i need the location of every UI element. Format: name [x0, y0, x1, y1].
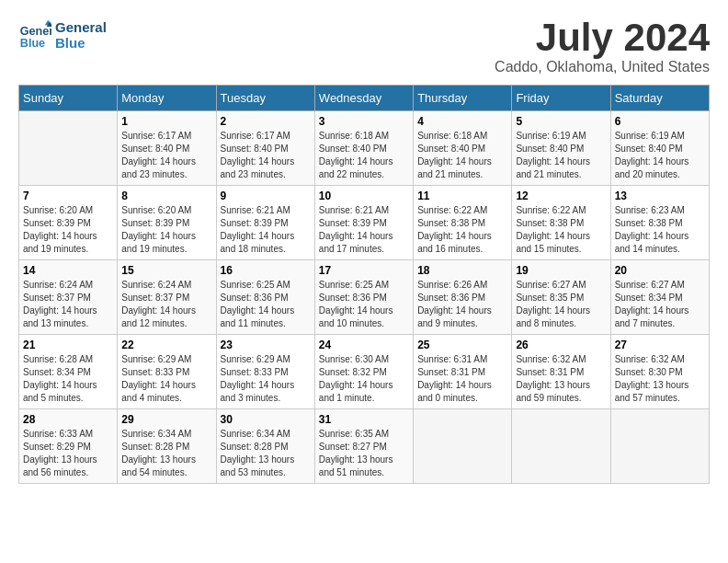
day-content: Sunrise: 6:35 AM Sunset: 8:27 PM Dayligh… — [319, 428, 409, 479]
day-content: Sunrise: 6:20 AM Sunset: 8:39 PM Dayligh… — [23, 204, 113, 256]
day-content: Sunrise: 6:27 AM Sunset: 8:34 PM Dayligh… — [615, 279, 705, 330]
day-number: 2 — [221, 115, 311, 128]
calendar-week: 14Sunrise: 6:24 AM Sunset: 8:37 PM Dayli… — [19, 260, 710, 335]
day-content: Sunrise: 6:24 AM Sunset: 8:37 PM Dayligh… — [23, 279, 113, 330]
calendar-cell: 27Sunrise: 6:32 AM Sunset: 8:30 PM Dayli… — [610, 335, 709, 409]
day-content: Sunrise: 6:25 AM Sunset: 8:36 PM Dayligh… — [221, 279, 311, 330]
day-number: 18 — [417, 264, 507, 277]
day-number: 29 — [121, 413, 211, 426]
calendar-cell: 9Sunrise: 6:21 AM Sunset: 8:39 PM Daylig… — [216, 186, 314, 260]
header: General Blue General Blue July 2024 Cadd… — [18, 18, 710, 75]
day-number: 27 — [615, 339, 705, 351]
calendar-body: 1Sunrise: 6:17 AM Sunset: 8:40 PM Daylig… — [19, 111, 710, 484]
day-content: Sunrise: 6:19 AM Sunset: 8:40 PM Dayligh… — [615, 130, 705, 181]
day-content: Sunrise: 6:33 AM Sunset: 8:29 PM Dayligh… — [23, 428, 113, 479]
day-number: 26 — [516, 339, 606, 351]
day-number: 25 — [417, 339, 507, 351]
calendar-cell: 15Sunrise: 6:24 AM Sunset: 8:37 PM Dayli… — [118, 260, 216, 335]
day-number: 1 — [121, 115, 211, 128]
logo: General Blue General Blue — [18, 18, 107, 52]
day-content: Sunrise: 6:19 AM Sunset: 8:40 PM Dayligh… — [516, 130, 606, 181]
calendar-cell — [414, 409, 512, 484]
day-number: 24 — [319, 339, 409, 351]
day-number: 10 — [319, 190, 409, 202]
day-content: Sunrise: 6:17 AM Sunset: 8:40 PM Dayligh… — [221, 130, 311, 181]
calendar-week: 28Sunrise: 6:33 AM Sunset: 8:29 PM Dayli… — [19, 409, 710, 484]
calendar-week: 7Sunrise: 6:20 AM Sunset: 8:39 PM Daylig… — [19, 186, 710, 260]
calendar-cell: 28Sunrise: 6:33 AM Sunset: 8:29 PM Dayli… — [19, 409, 118, 484]
calendar-cell: 30Sunrise: 6:34 AM Sunset: 8:28 PM Dayli… — [216, 409, 314, 484]
calendar-cell: 23Sunrise: 6:29 AM Sunset: 8:33 PM Dayli… — [216, 335, 314, 409]
logo-icon: General Blue — [18, 18, 51, 52]
calendar-cell: 13Sunrise: 6:23 AM Sunset: 8:38 PM Dayli… — [610, 186, 709, 260]
calendar-cell: 12Sunrise: 6:22 AM Sunset: 8:38 PM Dayli… — [512, 186, 610, 260]
day-content: Sunrise: 6:26 AM Sunset: 8:36 PM Dayligh… — [417, 279, 507, 330]
day-number: 14 — [23, 264, 113, 277]
weekday-header: Saturday — [610, 86, 709, 111]
day-number: 7 — [23, 190, 113, 202]
day-content: Sunrise: 6:29 AM Sunset: 8:33 PM Dayligh… — [221, 353, 311, 405]
day-number: 6 — [615, 115, 705, 128]
day-number: 31 — [319, 413, 409, 426]
day-content: Sunrise: 6:24 AM Sunset: 8:37 PM Dayligh… — [121, 279, 211, 330]
day-content: Sunrise: 6:21 AM Sunset: 8:39 PM Dayligh… — [319, 204, 409, 256]
calendar-cell: 3Sunrise: 6:18 AM Sunset: 8:40 PM Daylig… — [314, 111, 413, 186]
calendar-cell: 14Sunrise: 6:24 AM Sunset: 8:37 PM Dayli… — [19, 260, 118, 335]
day-content: Sunrise: 6:32 AM Sunset: 8:30 PM Dayligh… — [615, 353, 705, 405]
weekday-header: Friday — [512, 86, 610, 111]
calendar-cell: 4Sunrise: 6:18 AM Sunset: 8:40 PM Daylig… — [414, 111, 512, 186]
calendar-week: 1Sunrise: 6:17 AM Sunset: 8:40 PM Daylig… — [19, 111, 710, 186]
calendar-cell — [19, 111, 118, 186]
day-number: 15 — [121, 264, 211, 277]
day-number: 22 — [121, 339, 211, 351]
calendar-cell: 11Sunrise: 6:22 AM Sunset: 8:38 PM Dayli… — [414, 186, 512, 260]
weekday-header: Sunday — [19, 86, 118, 111]
day-number: 28 — [23, 413, 113, 426]
day-number: 9 — [221, 190, 311, 202]
day-content: Sunrise: 6:17 AM Sunset: 8:40 PM Dayligh… — [121, 130, 211, 181]
calendar-cell: 8Sunrise: 6:20 AM Sunset: 8:39 PM Daylig… — [118, 186, 216, 260]
day-content: Sunrise: 6:27 AM Sunset: 8:35 PM Dayligh… — [516, 279, 606, 330]
day-content: Sunrise: 6:31 AM Sunset: 8:31 PM Dayligh… — [417, 353, 507, 405]
weekday-header: Tuesday — [216, 86, 314, 111]
calendar-cell: 20Sunrise: 6:27 AM Sunset: 8:34 PM Dayli… — [610, 260, 709, 335]
day-number: 23 — [221, 339, 311, 351]
calendar-cell: 6Sunrise: 6:19 AM Sunset: 8:40 PM Daylig… — [610, 111, 709, 186]
calendar-cell: 29Sunrise: 6:34 AM Sunset: 8:28 PM Dayli… — [118, 409, 216, 484]
weekday-header: Wednesday — [314, 86, 413, 111]
day-number: 21 — [23, 339, 113, 351]
day-number: 13 — [615, 190, 705, 202]
month-title: July 2024 — [495, 18, 710, 57]
day-number: 16 — [221, 264, 311, 277]
calendar-cell: 22Sunrise: 6:29 AM Sunset: 8:33 PM Dayli… — [118, 335, 216, 409]
day-content: Sunrise: 6:32 AM Sunset: 8:31 PM Dayligh… — [516, 353, 606, 405]
day-number: 20 — [615, 264, 705, 277]
calendar-cell: 1Sunrise: 6:17 AM Sunset: 8:40 PM Daylig… — [118, 111, 216, 186]
calendar-cell: 26Sunrise: 6:32 AM Sunset: 8:31 PM Dayli… — [512, 335, 610, 409]
weekday-header: Thursday — [414, 86, 512, 111]
day-number: 11 — [417, 190, 507, 202]
day-content: Sunrise: 6:28 AM Sunset: 8:34 PM Dayligh… — [23, 353, 113, 405]
calendar-cell: 19Sunrise: 6:27 AM Sunset: 8:35 PM Dayli… — [512, 260, 610, 335]
day-number: 3 — [319, 115, 409, 128]
calendar-table: SundayMondayTuesdayWednesdayThursdayFrid… — [18, 85, 710, 484]
day-content: Sunrise: 6:29 AM Sunset: 8:33 PM Dayligh… — [121, 353, 211, 405]
calendar-cell: 25Sunrise: 6:31 AM Sunset: 8:31 PM Dayli… — [414, 335, 512, 409]
day-number: 30 — [221, 413, 311, 426]
weekday-row: SundayMondayTuesdayWednesdayThursdayFrid… — [19, 86, 710, 111]
day-content: Sunrise: 6:23 AM Sunset: 8:38 PM Dayligh… — [615, 204, 705, 256]
day-content: Sunrise: 6:30 AM Sunset: 8:32 PM Dayligh… — [319, 353, 409, 405]
calendar-cell: 21Sunrise: 6:28 AM Sunset: 8:34 PM Dayli… — [19, 335, 118, 409]
day-number: 5 — [516, 115, 606, 128]
svg-text:Blue: Blue — [20, 37, 45, 50]
calendar-cell: 5Sunrise: 6:19 AM Sunset: 8:40 PM Daylig… — [512, 111, 610, 186]
calendar-cell — [610, 409, 709, 484]
calendar-cell: 10Sunrise: 6:21 AM Sunset: 8:39 PM Dayli… — [314, 186, 413, 260]
logo-line2: Blue — [55, 35, 107, 51]
calendar-cell: 7Sunrise: 6:20 AM Sunset: 8:39 PM Daylig… — [19, 186, 118, 260]
day-content: Sunrise: 6:18 AM Sunset: 8:40 PM Dayligh… — [319, 130, 409, 181]
day-number: 4 — [417, 115, 507, 128]
day-content: Sunrise: 6:18 AM Sunset: 8:40 PM Dayligh… — [417, 130, 507, 181]
day-number: 8 — [121, 190, 211, 202]
day-content: Sunrise: 6:34 AM Sunset: 8:28 PM Dayligh… — [221, 428, 311, 479]
